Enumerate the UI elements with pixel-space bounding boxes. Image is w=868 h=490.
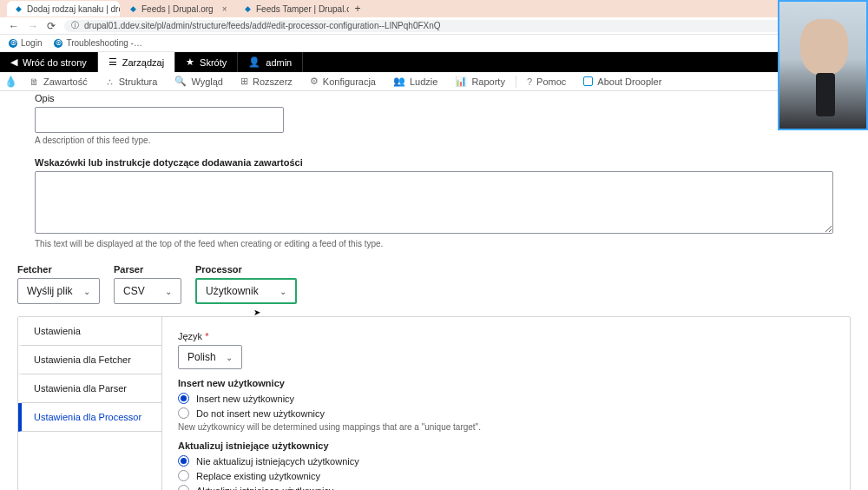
- puzzle-icon: ⊞: [240, 76, 248, 87]
- brush-icon: 🔍: [174, 76, 187, 87]
- chart-icon: 📊: [455, 76, 467, 87]
- forward-icon: →: [28, 20, 38, 32]
- chevron-down-icon: ⌄: [165, 287, 172, 296]
- browser-tab[interactable]: ◆ Feeds | Drupal.org ×: [122, 1, 234, 17]
- menu-reports[interactable]: 📊Raporty: [446, 72, 514, 90]
- bookmark-label: Login: [21, 38, 42, 48]
- processor-select[interactable]: Użytkownik ⌄: [195, 278, 297, 304]
- vtab-parser[interactable]: Ustawienia dla Parser: [18, 374, 161, 403]
- drupal-favicon: ⦿: [9, 39, 17, 48]
- drupal-menu-bar: 💧 🗎Zawartość ⛬Struktura 🔍Wygląd ⊞Rozszer…: [0, 72, 868, 91]
- radio-label: Replace existing użytkownicy: [196, 471, 320, 481]
- url-input[interactable]: ⓘ drupal01.ddev.site/pl/admin/structure/…: [64, 20, 859, 32]
- chevron-down-icon: ⌄: [83, 287, 90, 296]
- user-icon: 👤: [248, 56, 260, 68]
- radio-icon: [178, 407, 189, 419]
- menu-label: Rozszerz: [253, 76, 293, 87]
- menu-label: Raporty: [471, 76, 505, 87]
- hamburger-icon: ☰: [108, 56, 117, 68]
- menu-config[interactable]: ⚙Konfiguracja: [301, 72, 385, 90]
- update-group-label: Aktualizuj istniejące użytkownicy: [178, 440, 834, 451]
- radio-label: Do not insert new użytkownicy: [196, 408, 325, 419]
- help-icon: ?: [527, 76, 532, 87]
- insert-radio-new[interactable]: Insert new użytkownicy: [178, 393, 834, 404]
- language-select[interactable]: Polish ⌄: [178, 345, 242, 369]
- menu-appearance[interactable]: 🔍Wygląd: [166, 72, 232, 90]
- fetcher-select[interactable]: Wyślij plik ⌄: [17, 278, 100, 304]
- drupal-admin-bar: ◀ Wróć do strony ☰ Zarządzaj ★ Skróty 👤 …: [0, 52, 868, 72]
- structure-icon: ⛬: [105, 76, 115, 87]
- file-icon: 🗎: [30, 76, 39, 87]
- wskazowki-help: This text will be displayed at the top o…: [35, 239, 833, 248]
- arrow-left-icon: ◀: [10, 56, 17, 68]
- radio-label: Nie aktualizuj istniejących użytkownicy: [196, 456, 359, 467]
- update-radio-update[interactable]: Aktualizuj istniejące użytkownicy: [178, 485, 834, 490]
- insert-group-label: Insert new użytkownicy: [178, 378, 834, 388]
- radio-label: Aktualizuj istniejące użytkownicy: [196, 486, 333, 491]
- radio-icon: [178, 455, 189, 467]
- bookmarks-bar: ⦿ Login ⦿ Troubleshooting -…: [0, 35, 868, 52]
- update-radio-replace[interactable]: Replace existing użytkownicy: [178, 470, 834, 481]
- wskazowki-label: Wskazówki lub instrukcje dotyczące dodaw…: [35, 157, 833, 168]
- back-icon[interactable]: ←: [9, 20, 19, 32]
- shortcuts-button[interactable]: ★ Skróty: [175, 52, 238, 72]
- vtab-ustawienia[interactable]: Ustawienia: [18, 317, 161, 346]
- drupal-favicon: ◆: [16, 4, 22, 13]
- menu-label: Ludzie: [410, 76, 437, 87]
- required-marker: *: [202, 331, 208, 341]
- browser-tab-active[interactable]: ◆ Dodaj rodzaj kanału | droopi ×: [7, 1, 120, 17]
- close-icon[interactable]: ×: [222, 4, 227, 14]
- update-radio-none[interactable]: Nie aktualizuj istniejących użytkownicy: [178, 455, 834, 467]
- site-info-icon[interactable]: ⓘ: [71, 20, 79, 31]
- menu-people[interactable]: 👥Ludzie: [385, 72, 446, 90]
- tab-title: Feeds Tamper | Drupal.org: [256, 4, 349, 14]
- admin-label: Skróty: [200, 57, 227, 68]
- menu-help[interactable]: ?Pomoc: [518, 72, 575, 90]
- radio-icon: [178, 470, 189, 481]
- menu-structure[interactable]: ⛬Struktura: [96, 72, 167, 90]
- processor-settings-body: Język * Polish ⌄ Insert new użytkownicy …: [162, 317, 850, 490]
- drupal-favicon: ⦿: [54, 39, 62, 48]
- wskazowki-textarea[interactable]: [35, 171, 833, 234]
- select-value: Wyślij plik: [27, 285, 73, 297]
- insert-radio-none[interactable]: Do not insert new użytkownicy: [178, 407, 834, 419]
- settings-panel: Ustawienia Ustawienia dla Fetcher Ustawi…: [17, 316, 851, 490]
- vtab-processor[interactable]: Ustawienia dla Processor: [18, 403, 161, 432]
- new-tab-button[interactable]: +: [351, 3, 365, 15]
- menu-label: Konfiguracja: [323, 76, 376, 87]
- back-to-site-button[interactable]: ◀ Wróć do strony: [0, 52, 98, 72]
- reload-icon[interactable]: ⟳: [47, 20, 56, 32]
- lang-label-text: Język: [178, 331, 202, 341]
- browser-tab[interactable]: ◆ Feeds Tamper | Drupal.org ×: [236, 1, 349, 17]
- drupal-logo-icon[interactable]: 💧: [0, 76, 21, 88]
- menu-label: About Droopler: [597, 76, 661, 87]
- admin-label: Wróć do strony: [23, 57, 87, 68]
- droopler-icon: [583, 76, 593, 86]
- bookmark-troubleshooting[interactable]: ⦿ Troubleshooting -…: [54, 38, 141, 48]
- bookmark-login[interactable]: ⦿ Login: [9, 38, 42, 48]
- chevron-down-icon: ⌄: [279, 287, 286, 296]
- vertical-tabs: Ustawienia Ustawienia dla Fetcher Ustawi…: [18, 317, 162, 490]
- browser-tabs-bar: ◆ Dodaj rodzaj kanału | droopi × ◆ Feeds…: [0, 0, 868, 17]
- insert-help: New użytkownicy will be determined using…: [178, 422, 834, 432]
- vtab-fetcher[interactable]: Ustawienia dla Fetcher: [18, 346, 161, 374]
- people-icon: 👥: [393, 76, 405, 87]
- gear-icon: ⚙: [310, 76, 319, 87]
- menu-extend[interactable]: ⊞Rozszerz: [232, 72, 301, 90]
- menu-label: Wygląd: [191, 76, 223, 87]
- opis-input[interactable]: [35, 107, 284, 133]
- parser-select[interactable]: CSV ⌄: [114, 278, 181, 304]
- tab-title: Feeds | Drupal.org: [141, 4, 214, 14]
- menu-label: Struktura: [119, 76, 158, 87]
- select-value: CSV: [123, 285, 145, 297]
- menu-about-droopler[interactable]: About Droopler: [575, 72, 670, 90]
- user-menu[interactable]: 👤 admin: [238, 52, 303, 72]
- bookmark-label: Troubleshooting -…: [66, 38, 141, 48]
- opis-label: Opis: [35, 93, 851, 103]
- select-value: Użytkownik: [206, 285, 259, 297]
- menu-content[interactable]: 🗎Zawartość: [21, 72, 96, 90]
- drupal-favicon: ◆: [245, 4, 251, 13]
- manage-toggle[interactable]: ☰ Zarządzaj: [98, 52, 175, 72]
- drupal-favicon: ◆: [130, 4, 136, 13]
- processor-label: Processor: [195, 264, 297, 275]
